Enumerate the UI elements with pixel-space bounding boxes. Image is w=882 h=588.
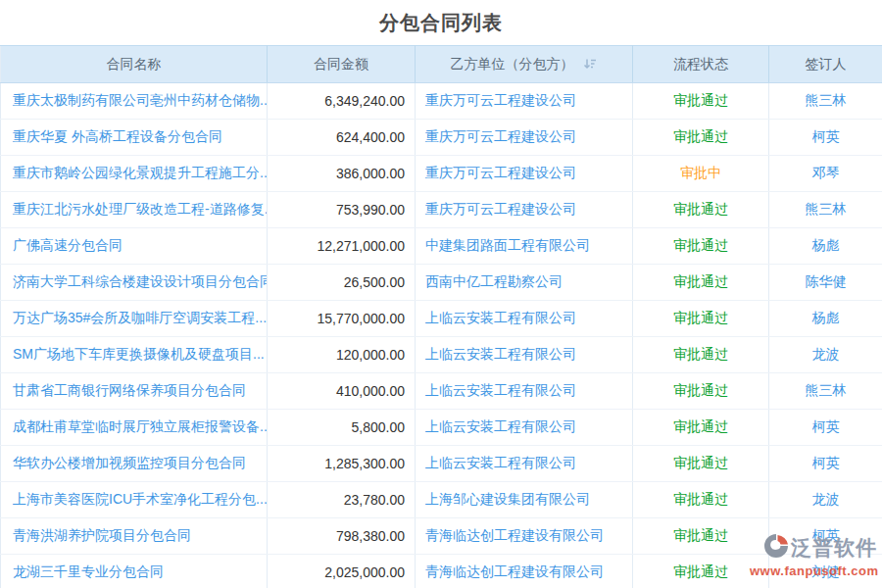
signer-link[interactable]: 陈华健 [769,265,882,301]
amount-cell: 798,380.00 [268,518,416,555]
amount-cell: 753,990.00 [268,192,416,228]
signer-link[interactable]: 熊三林 [769,373,882,410]
sort-descending-icon[interactable] [583,57,597,74]
table-row: 重庆江北污水处理厂级改造工程-道路修复... 753,990.00 重庆万可云工… [1,192,882,228]
contract-name-link[interactable]: 广佛高速分包合同 [1,228,268,265]
party-b-link[interactable]: 上海邹心建设集团有限公司 [416,482,633,518]
status-text: 审批通过 [633,373,769,410]
signer-link[interactable]: 柯英 [769,446,882,482]
amount-cell: 410,000.00 [268,373,416,410]
table-row: 万达广场35#会所及咖啡厅空调安装工程... 15,770,000.00 上临云… [1,301,882,337]
contract-name-link[interactable]: 龙湖三千里专业分包合同 [1,555,268,588]
amount-cell: 624,400.00 [268,120,416,156]
party-b-link[interactable]: 上临云安装工程有限公司 [416,446,633,482]
table-row: 重庆华夏 外高桥工程设备分包合同 624,400.00 重庆万可云工程建设公司 … [1,120,882,156]
signer-link[interactable]: 刘健 [769,555,882,588]
party-b-link[interactable]: 重庆万可云工程建设公司 [416,192,633,228]
table-row: SM广场地下车库更换摄像机及硬盘项目... 120,000.00 上临云安装工程… [1,337,882,373]
table-row: 广佛高速分包合同 12,271,000.00 中建集团路面工程有限公司 审批通过… [1,228,882,265]
column-header-amount: 合同金额 [268,46,416,83]
party-b-link[interactable]: 上临云安装工程有限公司 [416,373,633,410]
subcontract-table: 合同名称 合同金额 乙方单位（分包方） [0,45,882,588]
signer-link[interactable]: 邓琴 [769,156,882,192]
table-row: 上海市美容医院ICU手术室净化工程分包... 23,780.00 上海邹心建设集… [1,482,882,518]
subcontract-list-page: 分包合同列表 合同名称 合同金额 乙方单位（分包方） [0,0,882,588]
signer-link[interactable]: 杨彪 [769,301,882,337]
party-b-link[interactable]: 重庆万可云工程建设公司 [416,83,633,120]
amount-cell: 12,271,000.00 [268,228,416,265]
contract-name-link[interactable]: SM广场地下车库更换摄像机及硬盘项目... [1,337,268,373]
signer-link[interactable]: 柯英 [769,410,882,446]
party-b-link[interactable]: 青海临达创工程建设有限公司 [416,555,633,588]
party-b-link[interactable]: 上临云安装工程有限公司 [416,337,633,373]
contract-name-link[interactable]: 重庆太极制药有限公司亳州中药材仓储物... [1,83,268,120]
status-text: 审批通过 [633,83,769,120]
status-text: 审批通过 [633,301,769,337]
contract-name-link[interactable]: 华软办公楼增加视频监控项目分包合同 [1,446,268,482]
signer-link[interactable]: 龙波 [769,482,882,518]
amount-cell: 5,800.00 [268,410,416,446]
status-text: 审批通过 [633,228,769,265]
party-b-link[interactable]: 上临云安装工程有限公司 [416,410,633,446]
party-b-link[interactable]: 重庆万可云工程建设公司 [416,120,633,156]
status-text: 审批通过 [633,555,769,588]
contract-name-link[interactable]: 重庆江北污水处理厂级改造工程-道路修复... [1,192,268,228]
amount-cell: 26,500.00 [268,265,416,301]
party-b-link[interactable]: 青海临达创工程建设有限公司 [416,518,633,555]
signer-link[interactable]: 龙波 [769,337,882,373]
status-text: 审批通过 [633,192,769,228]
title-bar: 分包合同列表 [0,0,882,45]
amount-cell: 6,349,240.00 [268,83,416,120]
status-text: 审批通过 [633,337,769,373]
party-b-link[interactable]: 西南中亿工程勘察公司 [416,265,633,301]
amount-cell: 15,770,000.00 [268,301,416,337]
table-row: 济南大学工科综合楼建设设计项目分包合同 26,500.00 西南中亿工程勘察公司… [1,265,882,301]
amount-cell: 1,285,300.00 [268,446,416,482]
contract-name-link[interactable]: 青海洪湖养护院项目分包合同 [1,518,268,555]
status-text: 审批通过 [633,518,769,555]
status-text: 审批通过 [633,265,769,301]
status-text: 审批通过 [633,410,769,446]
contract-name-link[interactable]: 重庆华夏 外高桥工程设备分包合同 [1,120,268,156]
column-header-contract-name: 合同名称 [1,46,268,83]
amount-cell: 2,025,000.00 [268,555,416,588]
signer-link[interactable]: 熊三林 [769,192,882,228]
table-row: 龙湖三千里专业分包合同 2,025,000.00 青海临达创工程建设有限公司 审… [1,555,882,588]
contract-name-link[interactable]: 重庆市鹅岭公园绿化景观提升工程施工分... [1,156,268,192]
table-body: 重庆太极制药有限公司亳州中药材仓储物... 6,349,240.00 重庆万可云… [1,83,882,588]
column-header-party-b-label: 乙方单位（分包方） [451,56,574,72]
party-b-link[interactable]: 重庆万可云工程建设公司 [416,156,633,192]
amount-cell: 386,000.00 [268,156,416,192]
table-row: 甘肃省工商银行网络保养项目分包合同 410,000.00 上临云安装工程有限公司… [1,373,882,410]
status-text: 审批通过 [633,482,769,518]
signer-link[interactable]: 柯英 [769,518,882,555]
status-text: 审批通过 [633,120,769,156]
column-header-signer: 签订人 [769,46,882,83]
contract-name-link[interactable]: 济南大学工科综合楼建设设计项目分包合同 [1,265,268,301]
table-row: 华软办公楼增加视频监控项目分包合同 1,285,300.00 上临云安装工程有限… [1,446,882,482]
amount-cell: 23,780.00 [268,482,416,518]
table-row: 重庆市鹅岭公园绿化景观提升工程施工分... 386,000.00 重庆万可云工程… [1,156,882,192]
party-b-link[interactable]: 上临云安装工程有限公司 [416,301,633,337]
signer-link[interactable]: 柯英 [769,120,882,156]
contract-name-link[interactable]: 上海市美容医院ICU手术室净化工程分包... [1,482,268,518]
header-row: 合同名称 合同金额 乙方单位（分包方） [1,46,882,83]
table-row: 重庆太极制药有限公司亳州中药材仓储物... 6,349,240.00 重庆万可云… [1,83,882,120]
table-row: 成都杜甫草堂临时展厅独立展柜报警设备... 5,800.00 上临云安装工程有限… [1,410,882,446]
contract-name-link[interactable]: 万达广场35#会所及咖啡厅空调安装工程... [1,301,268,337]
status-text: 审批中 [633,156,769,192]
amount-cell: 120,000.00 [268,337,416,373]
signer-link[interactable]: 杨彪 [769,228,882,265]
status-text: 审批通过 [633,446,769,482]
column-header-status: 流程状态 [633,46,769,83]
contract-name-link[interactable]: 甘肃省工商银行网络保养项目分包合同 [1,373,268,410]
column-header-party-b[interactable]: 乙方单位（分包方） [416,46,633,83]
table-row: 青海洪湖养护院项目分包合同 798,380.00 青海临达创工程建设有限公司 审… [1,518,882,555]
party-b-link[interactable]: 中建集团路面工程有限公司 [416,228,633,265]
page-title: 分包合同列表 [379,10,503,36]
table-header: 合同名称 合同金额 乙方单位（分包方） [1,46,882,83]
contract-name-link[interactable]: 成都杜甫草堂临时展厅独立展柜报警设备... [1,410,268,446]
signer-link[interactable]: 熊三林 [769,83,882,120]
